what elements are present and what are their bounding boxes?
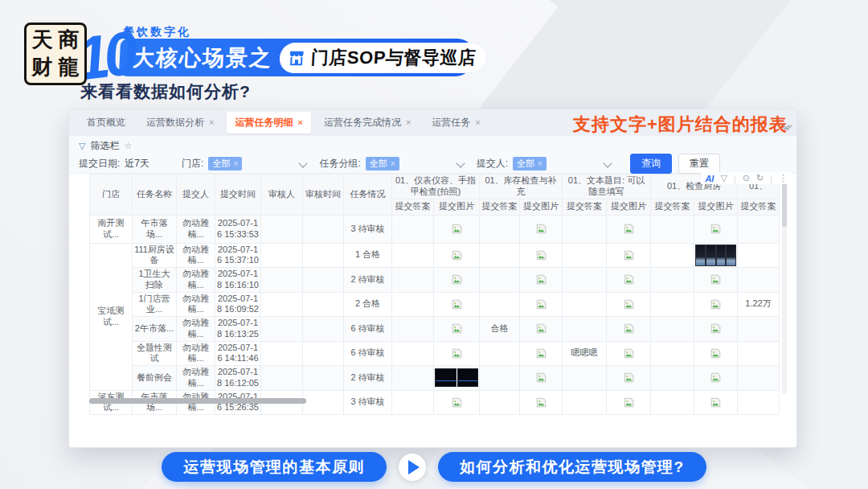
submit-image-cell[interactable] <box>520 390 563 415</box>
image-placeholder-icon[interactable] <box>536 298 547 308</box>
video-thumbnail[interactable] <box>458 369 478 386</box>
photo-thumbnail[interactable] <box>727 245 735 265</box>
photo-thumbnail[interactable] <box>696 245 705 265</box>
image-placeholder-icon[interactable] <box>536 249 547 259</box>
chevron-down-icon[interactable] <box>784 117 791 132</box>
prev-topic-button[interactable]: 运营现场管理的基本原则 <box>162 452 387 482</box>
submit-image-cell[interactable] <box>694 243 738 268</box>
submit-image-cell[interactable] <box>694 390 738 415</box>
submit-image-cell[interactable] <box>434 317 480 342</box>
photo-thumbnails[interactable] <box>696 245 735 265</box>
remove-tag-icon[interactable]: × <box>233 158 238 169</box>
filter-icon[interactable]: ▽ <box>720 173 727 183</box>
remove-tag-icon[interactable]: × <box>391 158 395 169</box>
image-placeholder-icon[interactable] <box>536 323 547 333</box>
image-placeholder-icon[interactable] <box>536 397 547 406</box>
image-placeholder-icon[interactable] <box>710 397 721 406</box>
submit-image-cell[interactable] <box>607 243 651 268</box>
image-placeholder-icon[interactable] <box>624 397 634 406</box>
photo-thumbnail[interactable] <box>717 245 726 265</box>
submit-image-cell[interactable] <box>694 341 738 366</box>
submit-image-cell[interactable] <box>607 341 651 366</box>
submit-image-cell[interactable] <box>434 390 480 415</box>
image-placeholder-icon[interactable] <box>624 274 634 284</box>
gear-icon[interactable]: ⊙ <box>743 173 750 183</box>
image-placeholder-icon[interactable] <box>624 372 634 382</box>
submit-image-cell[interactable] <box>694 317 738 342</box>
image-placeholder-icon[interactable] <box>624 323 634 333</box>
image-placeholder-icon[interactable] <box>710 298 721 308</box>
remove-tag-icon[interactable]: × <box>538 158 542 169</box>
tab-5[interactable]: 运营任务× <box>424 112 488 134</box>
image-placeholder-icon[interactable] <box>452 274 462 284</box>
submit-image-cell[interactable] <box>520 292 563 317</box>
submit-image-cell[interactable] <box>694 366 738 391</box>
image-placeholder-icon[interactable] <box>536 224 547 233</box>
image-placeholder-icon[interactable] <box>710 224 721 233</box>
submit-image-cell[interactable] <box>520 243 563 268</box>
video-thumbnail[interactable] <box>436 369 456 386</box>
submit-image-cell[interactable] <box>520 317 563 342</box>
image-placeholder-icon[interactable] <box>710 323 721 333</box>
tab-1[interactable]: 首页概览 <box>79 112 133 134</box>
image-placeholder-icon[interactable] <box>452 347 462 357</box>
image-placeholder-icon[interactable] <box>710 274 721 284</box>
submit-image-cell[interactable] <box>434 268 480 293</box>
submit-image-cell[interactable] <box>434 366 480 391</box>
close-tab-icon[interactable]: × <box>297 118 302 127</box>
submit-image-cell[interactable] <box>607 366 651 391</box>
tab-3[interactable]: 运营任务明细× <box>227 112 310 134</box>
submit-image-cell[interactable] <box>607 317 651 342</box>
image-placeholder-icon[interactable] <box>452 298 462 308</box>
image-placeholder-icon[interactable] <box>624 249 634 259</box>
image-placeholder-icon[interactable] <box>624 224 634 233</box>
close-tab-icon[interactable]: × <box>209 118 214 127</box>
play-button[interactable] <box>399 454 426 481</box>
submit-image-cell[interactable] <box>434 341 480 366</box>
reset-button[interactable]: 重置 <box>678 154 720 174</box>
image-placeholder-icon[interactable] <box>452 249 462 259</box>
filter-select-3[interactable]: 全部× <box>366 157 464 170</box>
more-icon[interactable]: ⋮ <box>779 173 788 183</box>
submit-image-cell[interactable] <box>607 390 651 415</box>
submitter-cell: 勿动雅楠... <box>177 292 215 317</box>
submit-image-cell[interactable] <box>520 366 563 391</box>
image-placeholder-icon[interactable] <box>624 298 634 308</box>
image-placeholder-icon[interactable] <box>452 397 462 406</box>
image-placeholder-icon[interactable] <box>710 372 721 382</box>
image-placeholder-icon[interactable] <box>710 347 721 357</box>
submit-image-cell[interactable] <box>607 215 651 243</box>
submit-image-cell[interactable] <box>607 268 651 293</box>
refresh-icon[interactable]: ↻ <box>756 173 764 183</box>
submit-image-cell[interactable] <box>607 292 651 317</box>
photo-thumbnail[interactable] <box>706 245 715 265</box>
submit-image-cell[interactable] <box>520 268 563 293</box>
submit-image-cell[interactable] <box>434 243 480 268</box>
image-placeholder-icon[interactable] <box>452 323 462 333</box>
submit-image-cell[interactable] <box>694 215 738 243</box>
tab-2[interactable]: 运营数据分析× <box>138 112 222 134</box>
image-placeholder-icon[interactable] <box>624 347 634 357</box>
image-placeholder-icon[interactable] <box>452 224 462 233</box>
close-tab-icon[interactable]: × <box>475 118 480 127</box>
close-tab-icon[interactable]: × <box>406 118 411 127</box>
image-placeholder-icon[interactable] <box>536 274 547 284</box>
submit-image-cell[interactable] <box>694 268 738 293</box>
submit-image-cell[interactable] <box>434 215 480 243</box>
filter-select-2[interactable]: 全部× <box>208 157 306 170</box>
video-thumbnails[interactable] <box>436 369 477 386</box>
submit-image-cell[interactable] <box>694 292 738 317</box>
submit-image-cell[interactable] <box>520 215 563 243</box>
submit-image-cell[interactable] <box>520 341 563 366</box>
filter-select-4[interactable]: 全部× <box>513 157 611 170</box>
tab-4[interactable]: 运营任务完成情况× <box>316 112 419 134</box>
vertical-scrollbar[interactable] <box>782 175 787 394</box>
ai-assistant-button[interactable]: AI <box>705 174 714 183</box>
image-placeholder-icon[interactable] <box>536 372 547 382</box>
horizontal-scrollbar[interactable] <box>89 398 306 404</box>
image-placeholder-icon[interactable] <box>536 347 547 357</box>
search-button[interactable]: 查询 <box>630 154 672 174</box>
submit-image-cell[interactable] <box>434 292 480 317</box>
pin-icon[interactable]: ☆ <box>124 141 132 151</box>
next-topic-button[interactable]: 如何分析和优化运营现场管理? <box>438 452 706 482</box>
